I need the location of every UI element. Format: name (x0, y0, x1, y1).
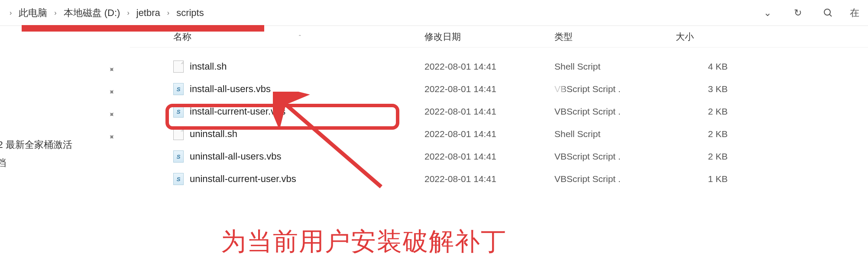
pin-icon[interactable]: ✦ (106, 131, 117, 143)
sh-file-icon (173, 128, 184, 140)
file-name-cell: Sinstall-current-user.vbs (130, 106, 424, 118)
annotation-underline (22, 25, 264, 32)
chevron-right-icon: › (166, 9, 170, 17)
file-row[interactable]: Sinstall-current-user.vbs2022-08-01 14:4… (130, 100, 868, 123)
svg-line-1 (829, 14, 832, 16)
file-type: VBScript Script . (554, 174, 676, 184)
file-name: install-all-users.vbs (190, 83, 271, 95)
sh-file-icon (173, 61, 184, 73)
annotation-text: 为当前用户安装破解补丁 (221, 225, 507, 259)
search-hint: 在 (850, 4, 859, 22)
vbs-file-icon: S (173, 150, 184, 163)
breadcrumb-item[interactable]: scripts (173, 6, 207, 20)
file-name: uninstall-all-users.vbs (190, 151, 282, 162)
column-size[interactable]: 大小 (676, 31, 741, 43)
file-type: Shell Script (554, 129, 676, 139)
refresh-icon[interactable]: ↻ (789, 4, 806, 22)
file-size: 3 KB (676, 84, 741, 94)
file-name: uninstall.sh (190, 128, 237, 140)
file-type: VBScript Script . (554, 106, 676, 117)
chevron-right-icon: › (53, 9, 57, 17)
file-type: Shell Script (554, 61, 676, 72)
pin-icon[interactable]: ✦ (106, 109, 117, 120)
pin-icon[interactable]: ✦ (106, 86, 117, 98)
file-rows: install.sh2022-08-01 14:41Shell Script4 … (130, 48, 868, 190)
vbs-file-icon: S (173, 83, 184, 95)
breadcrumb-item[interactable]: 本地磁盘 (D:) (60, 5, 124, 21)
file-type: VBScript Script . (554, 151, 676, 162)
file-name-cell: Sinstall-all-users.vbs (130, 83, 424, 95)
sort-caret-icon: ˆ (299, 34, 301, 41)
file-name: install-current-user.vbs (190, 106, 285, 117)
column-type[interactable]: 类型 (554, 31, 676, 43)
watermark (533, 74, 567, 108)
file-date: 2022-08-01 14:41 (424, 174, 554, 184)
file-size: 4 KB (676, 61, 741, 72)
vbs-file-icon: S (173, 173, 184, 185)
file-row[interactable]: Sinstall-all-users.vbs2022-08-01 14:41VB… (130, 78, 868, 100)
file-row[interactable]: Suninstall-current-user.vbs2022-08-01 14… (130, 168, 868, 190)
sidebar: ✦ ✦ ✦ ✦ 022 最新全家桶激活 文档 ) (0, 26, 126, 275)
sidebar-item-label[interactable]: 022 最新全家桶激活 (0, 138, 72, 151)
file-name-cell: Suninstall-all-users.vbs (130, 150, 424, 163)
pin-icon[interactable]: ✦ (106, 64, 117, 75)
file-size: 2 KB (676, 106, 741, 117)
file-name-cell: Suninstall-current-user.vbs (130, 173, 424, 185)
file-row[interactable]: Suninstall-all-users.vbs2022-08-01 14:41… (130, 145, 868, 168)
file-size: 1 KB (676, 174, 741, 184)
chevron-right-icon: › (126, 9, 130, 17)
file-row[interactable]: install.sh2022-08-01 14:41Shell Script4 … (130, 55, 868, 78)
column-date[interactable]: 修改日期 (424, 31, 554, 43)
file-date: 2022-08-01 14:41 (424, 151, 554, 162)
file-name-cell: install.sh (130, 61, 424, 73)
breadcrumb-item[interactable]: jetbra (133, 6, 164, 20)
address-bar: › 此电脑 › 本地磁盘 (D:) › jetbra › scripts ⌄ ↻… (0, 0, 868, 26)
watermark (511, 112, 541, 143)
file-size: 2 KB (676, 151, 741, 162)
breadcrumb[interactable]: › 此电脑 › 本地磁盘 (D:) › jetbra › scripts (9, 5, 207, 21)
history-dropdown-icon[interactable]: ⌄ (759, 4, 776, 22)
vbs-file-icon: S (173, 106, 184, 118)
search-icon[interactable] (819, 4, 837, 22)
svg-point-0 (824, 9, 830, 15)
chevron-right-icon: › (9, 9, 13, 17)
sidebar-item-label[interactable]: 文档 (0, 157, 6, 169)
file-name: uninstall-current-user.vbs (190, 173, 296, 185)
breadcrumb-item[interactable]: 此电脑 (15, 5, 51, 21)
file-size: 2 KB (676, 129, 741, 139)
file-row[interactable]: uninstall.sh2022-08-01 14:41Shell Script… (130, 123, 868, 145)
address-bar-controls: ⌄ ↻ 在 (759, 0, 859, 26)
file-type: VBScript Script . (554, 84, 676, 94)
column-name[interactable]: 名称 ˆ (130, 31, 424, 43)
file-name-cell: uninstall.sh (130, 128, 424, 140)
column-name-label: 名称 (173, 32, 191, 42)
file-date: 2022-08-01 14:41 (424, 61, 554, 72)
file-name: install.sh (190, 61, 227, 72)
